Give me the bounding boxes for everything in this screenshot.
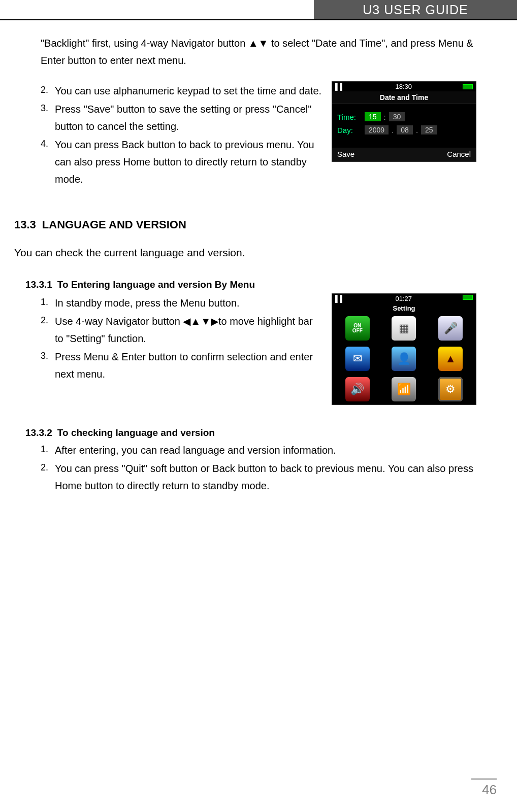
- signal-icon: ▌▌: [335, 295, 344, 302]
- entering-steps: 1.In standby mode, press the Menu button…: [41, 294, 322, 383]
- list-item: 1.After entering, you can read language …: [41, 442, 476, 459]
- list-item: 4.You can press Back button to back to p…: [41, 136, 322, 188]
- step-text: You can press "Quit" soft button or Back…: [55, 463, 473, 491]
- footer-rule: [471, 779, 497, 780]
- date-time-steps: 2.You can use alphanumeric keypad to set…: [41, 82, 322, 188]
- header-bar: U3 USER GUIDE: [0, 0, 517, 20]
- subsection-title: To checking language and version: [57, 427, 215, 438]
- year-field: 2009: [365, 125, 389, 134]
- minute-field: 30: [389, 112, 405, 121]
- subsection-number: 13.3.2: [25, 427, 52, 438]
- subsection-title: To Entering language and version By Menu: [57, 279, 255, 290]
- warning-icon: ▲: [438, 347, 463, 371]
- hour-field: 15: [365, 112, 381, 121]
- list-item: 1.In standby mode, press the Menu button…: [41, 294, 322, 312]
- signal-icon: ▌▌: [335, 83, 344, 90]
- battery-icon: [463, 295, 473, 300]
- day-label: Day:: [337, 126, 362, 134]
- settings-icon: ⚙: [438, 377, 463, 401]
- list-item: 2.You can press "Quit" soft button or Ba…: [41, 460, 476, 494]
- screenshot-date-time: ▌▌ 18:30 Date and Time Time: 15 : 30 Day…: [332, 81, 476, 162]
- battery-icon: [463, 84, 473, 89]
- header-spacer: [0, 0, 314, 19]
- softkey-save: Save: [337, 150, 354, 158]
- month-field: 08: [397, 125, 413, 134]
- subsection-number: 13.3.1: [25, 279, 52, 290]
- step-text: Use 4-way Navigator button ◀▲▼▶to move h…: [55, 316, 313, 344]
- time-label: Time:: [337, 113, 362, 121]
- section-title: LANGUAGE AND VERSION: [42, 218, 186, 231]
- step-text: Press "Save" button to save the setting …: [55, 104, 311, 132]
- clock-text: 01:27: [395, 295, 412, 302]
- sound-icon: 🔊: [345, 377, 370, 401]
- network-icon: 📶: [392, 377, 416, 401]
- subsection-heading: 13.3.2To checking language and version: [25, 427, 476, 438]
- screen-title: Date and Time: [332, 91, 476, 104]
- section-intro: You can check the current language and v…: [14, 244, 476, 262]
- list-item: 2.You can use alphanumeric keypad to set…: [41, 82, 322, 99]
- doc-title: U3 USER GUIDE: [314, 0, 517, 19]
- contact-icon: 👤: [392, 347, 416, 371]
- subsection-heading: 13.3.1To Entering language and version B…: [25, 279, 476, 290]
- softkey-cancel: Cancel: [447, 150, 471, 158]
- date-field: 25: [421, 125, 437, 134]
- calendar-icon: ▦: [392, 316, 416, 341]
- list-item: 3.Press Menu & Enter button to confirm s…: [41, 348, 322, 383]
- checking-steps: 1.After entering, you can read language …: [41, 442, 476, 494]
- screen-title: Setting: [332, 303, 476, 313]
- mail-icon: ✉: [345, 347, 370, 371]
- step-text: In standby mode, press the Menu button.: [55, 297, 240, 309]
- section-heading: 13.3LANGUAGE AND VERSION: [14, 218, 476, 231]
- section-number: 13.3: [14, 218, 36, 231]
- step-text: Press Menu & Enter button to confirm sel…: [55, 351, 313, 380]
- continued-paragraph: "Backlight" first, using 4-way Navigator…: [41, 35, 476, 69]
- clock-text: 18:30: [395, 83, 412, 90]
- mic-icon: 🎤: [438, 316, 463, 341]
- step-text: After entering, you can read language an…: [55, 445, 336, 456]
- list-item: 3.Press "Save" button to save the settin…: [41, 100, 322, 135]
- onoff-icon: ONOFF: [345, 316, 370, 341]
- step-text: You can press Back button to back to pre…: [55, 139, 314, 185]
- step-text: You can use alphanumeric keypad to set t…: [55, 85, 321, 96]
- list-item: 2.Use 4-way Navigator button ◀▲▼▶to move…: [41, 313, 322, 347]
- screenshot-setting-menu: ▌▌ 01:27 Setting ONOFF ▦ 🎤 ✉ 👤 ▲ 🔊: [332, 293, 476, 405]
- page-number: 46: [482, 782, 497, 798]
